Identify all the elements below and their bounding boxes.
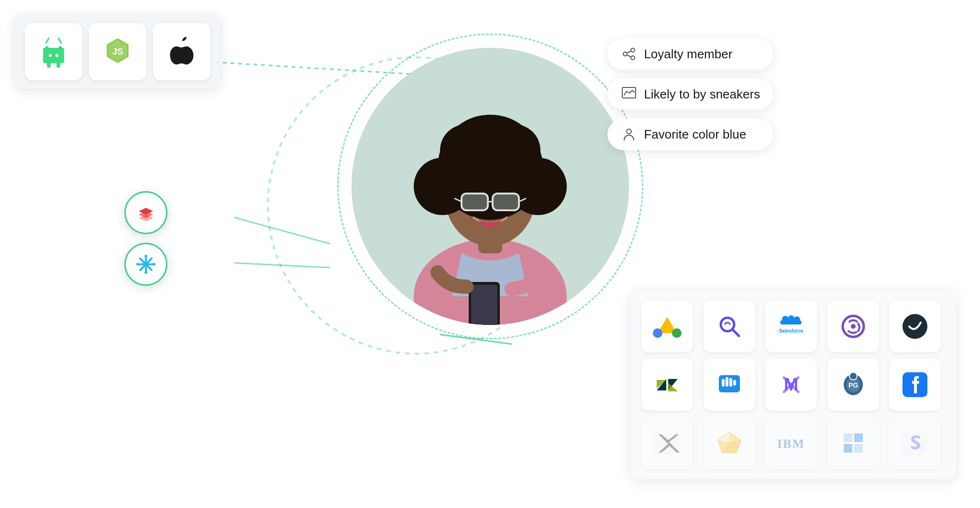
- android-icon-box: [25, 23, 82, 80]
- svg-text:PG: PG: [848, 381, 858, 389]
- sneakers-text: Likely to by sneakers: [644, 87, 760, 102]
- zendesk-icon-box: [641, 359, 693, 411]
- main-scene: JS JS: [0, 0, 980, 508]
- svg-point-48: [153, 263, 155, 266]
- integrations-row-3: IBM: [641, 417, 946, 469]
- sendgrid-icon-box: [827, 417, 879, 469]
- zendesk-icon: [653, 370, 682, 399]
- integrations-row-2: M PG: [641, 359, 946, 411]
- svg-point-56: [903, 314, 927, 339]
- mixpanel-icon: M: [777, 370, 805, 399]
- facebook-icon-box: [889, 359, 941, 411]
- color-pill: Favorite color blue: [607, 119, 773, 150]
- svg-point-49: [653, 328, 662, 338]
- stripe-icon-box: [889, 417, 941, 469]
- svg-point-47: [136, 263, 139, 266]
- person-icon: [621, 126, 637, 142]
- basecamp-icon: [901, 312, 929, 341]
- svg-point-55: [851, 324, 856, 329]
- svg-text:IBM: IBM: [777, 437, 805, 451]
- databricks-icon: [134, 201, 158, 225]
- svg-rect-31: [493, 194, 518, 210]
- ibm-icon: IBM: [774, 433, 808, 453]
- redux-icon: [839, 312, 868, 341]
- intercom-icon: [715, 370, 744, 399]
- svg-line-52: [732, 329, 739, 336]
- svg-rect-10: [43, 48, 64, 63]
- svg-point-46: [144, 271, 147, 274]
- svg-line-5: [234, 217, 330, 244]
- redux-icon-box: [827, 301, 879, 352]
- svg-line-38: [627, 55, 631, 57]
- svg-rect-30: [462, 194, 487, 210]
- svg-rect-80: [844, 444, 852, 453]
- loyalty-text: Loyalty member: [644, 47, 732, 62]
- chart-icon: [621, 86, 637, 102]
- color-text: Favorite color blue: [644, 127, 746, 142]
- facebook-icon: [901, 370, 929, 399]
- postgres-icon: PG: [839, 370, 868, 399]
- profile-circle-container: [352, 48, 629, 325]
- svg-line-37: [627, 51, 631, 53]
- nodejs-icon: JS JS: [100, 34, 135, 69]
- svg-point-35: [631, 48, 635, 52]
- svg-rect-58: [722, 379, 725, 387]
- sketch-icon: [715, 429, 744, 457]
- basecamp-icon-box: [889, 301, 941, 352]
- sendgrid-icon: [839, 429, 868, 457]
- census-icon-box: [704, 301, 755, 352]
- svg-rect-81: [854, 444, 863, 453]
- svg-rect-78: [844, 433, 852, 442]
- mixpanel-icon-box: M: [765, 359, 817, 411]
- google-ads-icon: [653, 312, 682, 341]
- person-illustration: [352, 48, 629, 325]
- android-icon: [36, 34, 71, 69]
- svg-text:Salesforce: Salesforce: [779, 328, 804, 334]
- apple-icon-box: [153, 23, 210, 80]
- sneakers-pill: Likely to by sneakers: [607, 78, 773, 110]
- google-ads-icon-box: [641, 301, 693, 352]
- integrations-row-1: Salesforce: [641, 301, 946, 352]
- postgres-icon-box: PG: [827, 359, 879, 411]
- svg-point-11: [49, 54, 52, 57]
- apple-icon: [167, 34, 196, 69]
- profile-image: [352, 48, 629, 325]
- pills-container: Loyalty member Likely to by sneakers Fav…: [607, 38, 773, 150]
- nodejs-icon-box: JS JS: [89, 23, 146, 80]
- svg-point-45: [144, 255, 147, 258]
- stripe-icon: [901, 429, 929, 457]
- svg-point-24: [488, 124, 540, 177]
- loyalty-pill: Loyalty member: [607, 38, 773, 70]
- snowflake-icon: [134, 252, 158, 276]
- intercom-icon-box: [704, 359, 755, 411]
- left-floating-icons: [124, 191, 167, 286]
- svg-point-36: [631, 56, 635, 60]
- svg-point-34: [623, 52, 627, 56]
- svg-rect-61: [733, 380, 736, 386]
- ibm-icon-box: IBM: [765, 417, 817, 469]
- sdk-panel: JS JS: [14, 14, 221, 89]
- twitter-x-icon-box: [641, 417, 693, 469]
- svg-rect-33: [471, 285, 497, 325]
- svg-point-23: [440, 124, 493, 177]
- svg-rect-59: [726, 377, 728, 387]
- svg-point-12: [55, 54, 58, 57]
- svg-text:JS: JS: [112, 47, 123, 56]
- snowflake-icon-circle: [124, 243, 167, 286]
- svg-point-67: [849, 372, 857, 380]
- integrations-panel: Salesforce: [631, 290, 956, 479]
- salesforce-icon-box: Salesforce: [765, 301, 817, 352]
- svg-rect-60: [729, 378, 732, 387]
- databricks-icon-circle: [124, 191, 167, 234]
- census-icon: [715, 312, 744, 341]
- twitter-x-icon: [653, 429, 682, 457]
- svg-rect-79: [854, 433, 863, 442]
- svg-point-50: [672, 328, 682, 338]
- salesforce-icon: Salesforce: [774, 314, 808, 338]
- svg-point-40: [627, 129, 631, 134]
- sketch-icon-box: [704, 417, 755, 469]
- share-icon: [621, 46, 637, 62]
- svg-line-6: [234, 263, 330, 268]
